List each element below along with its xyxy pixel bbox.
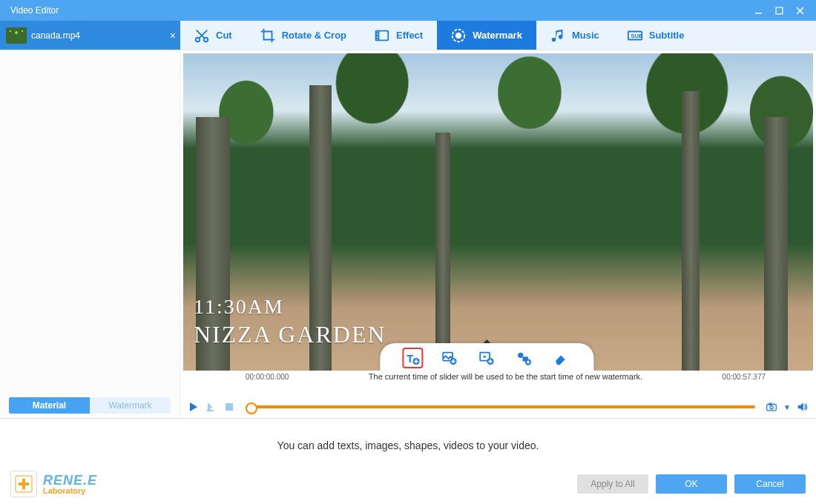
music-icon (550, 27, 566, 44)
add-video-button[interactable] (476, 348, 497, 368)
toolbar-effect-label: Effect (396, 30, 423, 41)
svg-rect-5 (776, 7, 783, 14)
cancel-button[interactable]: Cancel (734, 474, 806, 494)
crop-icon (260, 27, 276, 44)
toolbar-watermark-label: Watermark (473, 30, 522, 41)
svg-point-12 (456, 33, 461, 38)
time-current: 00:00:00.000 (246, 373, 289, 381)
timeline-help-text: The current time of slider will be used … (293, 372, 717, 382)
toolbar-subtitle-label: Subtitle (649, 30, 685, 41)
svg-rect-25 (226, 403, 233, 411)
toolbar-cut[interactable]: Cut (180, 21, 246, 50)
file-tab-label: canada.mp4 (31, 30, 80, 41)
add-text-button[interactable]: T (402, 348, 423, 368)
title-bar: Video Editor (0, 0, 816, 21)
sidebar-tab-watermark[interactable]: Watermark (90, 397, 171, 414)
video-preview[interactable]: 11:30AM NIZZA GARDEN T (183, 53, 813, 371)
file-tabs: canada.mp4 × (0, 21, 180, 50)
top-row: canada.mp4 × Cut Rotate & Crop Effect Wa… (0, 21, 816, 50)
ok-button[interactable]: OK (656, 474, 727, 494)
logo-icon (10, 471, 37, 497)
time-duration: 00:00:57.377 (723, 373, 766, 381)
window-title: Video Editor (10, 5, 748, 16)
apply-all-button[interactable]: Apply to All (577, 474, 648, 494)
svg-rect-31 (19, 483, 29, 485)
close-button[interactable] (789, 0, 810, 21)
snapshot-button[interactable] (764, 399, 779, 414)
scissors-icon (194, 27, 210, 44)
brand-name: RENE.E (43, 474, 97, 487)
toolbar-effect[interactable]: Effect (361, 21, 437, 50)
watermark-add-toolbar: T (380, 343, 593, 371)
play-button[interactable] (186, 399, 201, 414)
minimize-button[interactable] (748, 0, 769, 21)
footer-hint: You can add texts, images, shapes, video… (0, 419, 816, 471)
footer: You can add texts, images, shapes, video… (0, 418, 816, 504)
toolbar-rotate-label: Rotate & Crop (282, 30, 346, 41)
erase-button[interactable] (550, 348, 571, 368)
stop-button[interactable] (222, 399, 237, 414)
brand-sub: Laboratory (43, 487, 97, 495)
snapshot-dropdown-icon[interactable]: ▼ (783, 403, 791, 411)
step-button[interactable] (204, 399, 219, 414)
toolbar: Cut Rotate & Crop Effect Watermark Music… (180, 21, 816, 50)
toolbar-rotate-crop[interactable]: Rotate & Crop (246, 21, 361, 50)
timeline: 00:00:00.000 The current time of slider … (180, 371, 816, 399)
video-frame: 11:30AM NIZZA GARDEN (183, 53, 813, 371)
toolbar-music[interactable]: Music (536, 21, 613, 50)
add-shape-button[interactable] (513, 348, 534, 368)
sidebar: Material Watermark (0, 50, 180, 418)
close-tab-icon[interactable]: × (170, 30, 176, 42)
overlay-title-text: NIZZA GARDEN (194, 321, 386, 348)
svg-text:T: T (407, 353, 413, 365)
playback-controls: ▼ (180, 399, 816, 418)
file-tab-canada[interactable]: canada.mp4 × (0, 21, 180, 50)
watermark-icon (450, 27, 467, 44)
sidebar-tabs: Material Watermark (0, 397, 180, 418)
svg-text:SUB: SUB (631, 32, 642, 39)
timeline-slider[interactable] (246, 405, 755, 408)
overlay-time-text: 11:30AM (194, 295, 284, 319)
sidebar-tab-material[interactable]: Material (9, 397, 90, 414)
toolbar-subtitle[interactable]: SUB Subtitle (613, 21, 699, 50)
preview-column: 11:30AM NIZZA GARDEN T 00:00:00.000 The … (180, 50, 816, 418)
svg-point-21 (518, 353, 523, 358)
effect-icon (374, 27, 390, 44)
svg-point-27 (770, 406, 773, 409)
maximize-button[interactable] (769, 0, 789, 21)
volume-button[interactable] (795, 399, 810, 414)
subtitle-icon: SUB (627, 27, 643, 44)
toolbar-watermark[interactable]: Watermark (437, 21, 536, 50)
toolbar-music-label: Music (572, 30, 599, 41)
footer-buttons: RENE.E Laboratory Apply to All OK Cancel (0, 471, 816, 504)
svg-rect-24 (207, 410, 214, 411)
toolbar-cut-label: Cut (216, 30, 232, 41)
main-row: Material Watermark 11:30AM NIZZA GARDEN … (0, 50, 816, 418)
add-image-button[interactable] (439, 348, 460, 368)
file-thumb (6, 27, 27, 44)
brand-logo: RENE.E Laboratory (10, 471, 97, 497)
